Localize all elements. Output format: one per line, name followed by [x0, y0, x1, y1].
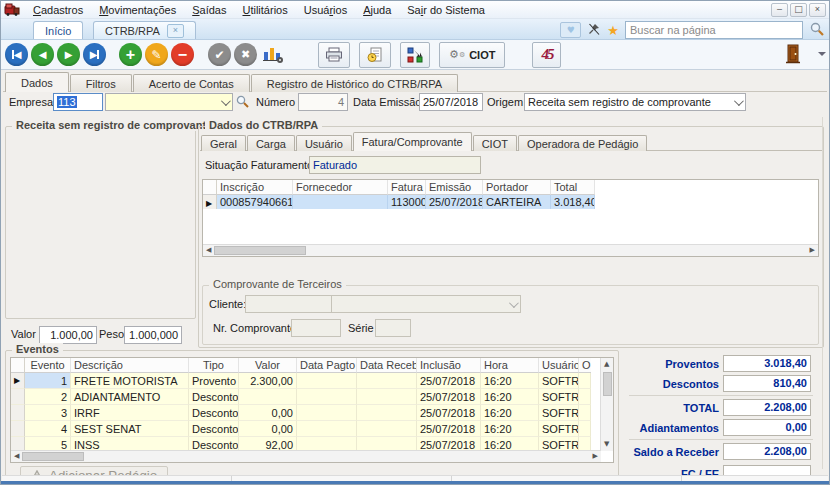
column-header[interactable]: Inscrição [217, 180, 293, 195]
next-record-button[interactable]: ▶ [57, 43, 80, 66]
tab-operadora-pedagio[interactable]: Operadora de Pedágio [518, 135, 647, 151]
column-header[interactable]: Usuário [539, 358, 579, 373]
column-header[interactable]: Hora [481, 358, 539, 373]
tab-close-icon[interactable]: × [167, 24, 184, 38]
fatura-grid-header: Inscrição Fornecedor Fatura Emissão Port… [203, 180, 818, 195]
column-header[interactable]: Valor [239, 358, 297, 373]
menu-utilitarios[interactable]: Utilitários [234, 3, 295, 17]
scroll-up-icon[interactable]: ▲ [604, 361, 609, 368]
column-header[interactable]: Fatura [388, 180, 426, 195]
scroll-down-icon[interactable]: ▼ [604, 441, 609, 448]
eventos-row[interactable]: 4 SEST SENAT Desconto 0,00 25/07/2018 16… [11, 421, 613, 437]
favorites-star-icon[interactable]: ★ [607, 24, 619, 37]
document-tab-bar: Início CTRB/RPA × ♥ ★ [1, 19, 829, 40]
cliente-combo[interactable] [331, 295, 521, 313]
tab-carga[interactable]: Carga [247, 135, 295, 151]
last-record-button[interactable]: ▶ [83, 43, 106, 66]
cell-data-pagto [297, 421, 357, 437]
close-button[interactable]: × [809, 3, 826, 17]
tab-fatura-comprovante[interactable]: Fatura/Comprovante [353, 132, 472, 151]
column-header[interactable]: Portador [483, 180, 551, 195]
column-header[interactable]: Fornecedor [293, 180, 388, 195]
column-header[interactable]: Descrição [71, 358, 189, 373]
edit-record-button[interactable]: ✎ [145, 43, 168, 66]
nr-comprovante-field[interactable] [291, 319, 341, 337]
scroll-thumb[interactable] [214, 246, 306, 255]
numero-field[interactable]: 4 [298, 93, 348, 111]
cell-hora: 16:20 [481, 405, 539, 421]
column-header[interactable]: Emissão [426, 180, 483, 195]
scroll-right-icon[interactable]: ▶ [810, 247, 815, 254]
delete-record-button[interactable]: − [171, 43, 194, 66]
first-record-button[interactable]: ◀ [5, 43, 28, 66]
eventos-row[interactable]: 2 ADIANTAMENTO Desconto 25/07/2018 16:20… [11, 389, 613, 405]
tab-ciot-inner[interactable]: CIOT [473, 135, 517, 151]
cell-hora: 16:20 [481, 373, 539, 389]
column-header[interactable]: Data Receb. [357, 358, 417, 373]
peso-field[interactable]: 1.000,000 [124, 326, 182, 344]
comprovante-terceiros-group: Comprovante de Terceiros Cliente: Nr. Co… [202, 285, 819, 345]
restore-button[interactable]: □ [790, 3, 807, 17]
fatura-grid-row[interactable]: ▶ 00085794066172 113000004 25/07/2018 CA… [203, 195, 818, 209]
chart-gear-icon[interactable] [262, 44, 284, 66]
column-header[interactable]: Tipo [189, 358, 239, 373]
confirm-button[interactable]: ✔ [208, 43, 231, 66]
favorites-heart-icon[interactable]: ♥ [560, 22, 581, 38]
eventos-grid-vscrollbar[interactable]: ▲ ▼ [600, 358, 613, 451]
search-input[interactable] [625, 21, 803, 39]
toolbar-overflow-icon[interactable] [818, 52, 826, 56]
scroll-thumb[interactable] [22, 452, 84, 461]
tab-usuario[interactable]: Usuário [296, 135, 352, 151]
empresa-code-input[interactable]: 113 [53, 93, 103, 111]
tab-geral[interactable]: Geral [201, 135, 246, 151]
logo-45-button[interactable]: 45 [532, 42, 561, 68]
menu-movimentacoes[interactable]: Movimentações [91, 3, 184, 17]
tab-acerto-de-contas[interactable]: Acerto de Contas [133, 74, 250, 92]
report-schedule-button[interactable] [359, 42, 391, 68]
empresa-combo[interactable] [105, 93, 233, 111]
scroll-thumb[interactable] [603, 372, 612, 396]
add-record-button[interactable]: + [119, 43, 142, 66]
search-icon[interactable] [809, 21, 825, 39]
column-header[interactable]: Evento [25, 358, 71, 373]
menu-sair[interactable]: Sair do Sistema [399, 3, 493, 17]
column-header[interactable]: Data Pagto [297, 358, 357, 373]
eventos-row[interactable]: ▶ 1 FRETE MOTORISTA Provento 2.300,00 25… [11, 373, 613, 389]
ciot-button[interactable]: ⚙⚙ CIOT [439, 42, 505, 68]
menu-cadastros[interactable]: Cadastros [25, 3, 91, 17]
workflow-button[interactable] [400, 42, 430, 68]
valor-field[interactable]: 1.000,00 [39, 326, 97, 344]
fatura-grid-hscrollbar[interactable]: ◀ ▶ [203, 244, 818, 256]
tab-ctrb-rpa[interactable]: CTRB/RPA × [93, 21, 196, 39]
previous-record-button[interactable]: ◀ [31, 43, 54, 66]
tab-filtros[interactable]: Filtros [70, 74, 132, 92]
column-header[interactable]: Total [551, 180, 595, 195]
scroll-left-icon[interactable]: ◀ [14, 453, 19, 460]
header-form: Empresa 113 Número 4 Data Emissão 25/07/… [1, 92, 829, 115]
eventos-grid-hscrollbar[interactable]: ◀ ▶ [11, 450, 601, 462]
column-header[interactable]: O [579, 358, 591, 373]
menu-saidas[interactable]: Saídas [184, 3, 234, 17]
cliente-code-field[interactable] [245, 295, 333, 313]
empresa-search-icon[interactable] [235, 94, 250, 111]
menu-ajuda[interactable]: Ajuda [355, 3, 399, 17]
cell-total: 3.018,40 [551, 195, 595, 209]
pin-icon[interactable] [587, 22, 601, 38]
scroll-right-icon[interactable]: ▶ [593, 453, 598, 460]
adiantamentos-label: Adiantamentos [623, 422, 723, 434]
tab-dados[interactable]: Dados [5, 72, 69, 92]
menu-usuarios[interactable]: Usuários [296, 3, 355, 17]
tab-inicio[interactable]: Início [33, 21, 83, 39]
origem-combo[interactable]: Receita sem registro de comprovante [524, 93, 746, 111]
print-button[interactable] [318, 42, 350, 68]
minimize-button[interactable]: – [771, 3, 788, 17]
cancel-button[interactable]: ✖ [234, 43, 257, 66]
eventos-row[interactable]: 3 IRRF Desconto 0,00 25/07/2018 16:20 SO… [11, 405, 613, 421]
serie-field[interactable] [375, 319, 411, 337]
summary-row-proventos: Proventos 3.018,40 [623, 355, 811, 372]
scroll-left-icon[interactable]: ◀ [206, 247, 211, 254]
data-emissao-field[interactable]: 25/07/2018 [419, 93, 483, 111]
tab-registro-historico[interactable]: Registro de Histórico do CTRB/RPA [251, 74, 458, 92]
column-header[interactable]: Inclusão [417, 358, 481, 373]
exit-door-icon[interactable] [785, 44, 801, 66]
